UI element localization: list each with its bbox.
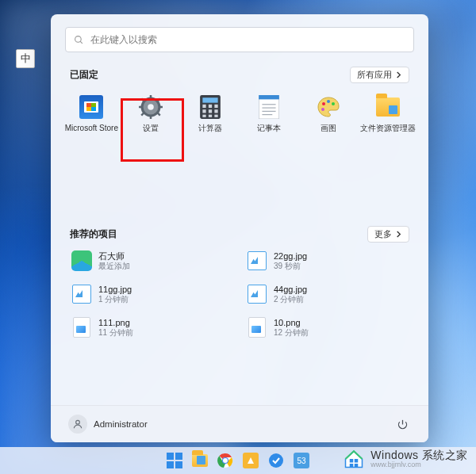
svg-rect-36	[167, 453, 174, 460]
svg-line-1	[80, 41, 83, 44]
item-subtitle: 39 秒前	[274, 262, 307, 271]
svg-rect-17	[209, 105, 212, 108]
watermark-brand: Windows 系统之家	[370, 449, 468, 461]
gear-icon	[138, 94, 163, 120]
app-notepad[interactable]: 记事本	[240, 88, 299, 147]
svg-rect-48	[355, 459, 359, 463]
ime-indicator[interactable]: 中	[16, 49, 35, 68]
recommended-item[interactable]: 11gg.jpg1 分钟前	[68, 281, 236, 308]
taskbar-chrome-icon[interactable]	[215, 450, 236, 471]
svg-rect-16	[202, 105, 205, 108]
chevron-right-icon	[395, 231, 402, 238]
item-title: 11gg.jpg	[98, 285, 132, 295]
notepad-icon	[256, 94, 282, 120]
svg-rect-39	[175, 461, 182, 468]
username-label: Administrator	[94, 419, 148, 429]
watermark: Windows 系统之家 www.bjjmlv.com	[342, 447, 468, 471]
svg-point-34	[321, 108, 324, 111]
item-subtitle: 11 分钟前	[98, 328, 133, 338]
watermark-url: www.bjjmlv.com	[370, 461, 468, 468]
taskbar-app-icon[interactable]: 53	[291, 450, 312, 471]
svg-rect-47	[350, 459, 354, 463]
palette-icon	[316, 94, 341, 120]
more-button[interactable]: 更多	[367, 226, 409, 243]
image-file-icon	[247, 317, 267, 338]
app-settings[interactable]: 设置	[121, 88, 181, 147]
chevron-right-icon	[395, 71, 402, 78]
svg-rect-25	[259, 97, 279, 119]
power-icon	[397, 419, 409, 430]
app-file-explorer[interactable]: 文件资源管理器	[358, 88, 417, 147]
svg-rect-15	[202, 97, 217, 102]
item-subtitle: 12 分钟前	[274, 328, 309, 338]
app-calculator[interactable]: 计算器	[180, 88, 240, 147]
pinned-grid: Microsoft Store 设置 计算器 记事本 画图	[62, 88, 417, 147]
svg-rect-23	[209, 115, 212, 117]
svg-rect-6	[139, 106, 143, 109]
app-icon	[71, 250, 92, 271]
power-button[interactable]	[393, 415, 411, 433]
svg-rect-26	[259, 95, 279, 99]
item-subtitle: 1 分钟前	[98, 295, 132, 304]
recommended-title: 推荐的项目	[70, 227, 117, 241]
svg-rect-5	[150, 115, 152, 119]
svg-point-33	[332, 102, 335, 105]
item-subtitle: 最近添加	[98, 262, 130, 271]
svg-point-44	[269, 453, 283, 468]
taskbar-app-icon[interactable]	[266, 450, 286, 471]
all-apps-button[interactable]: 所有应用	[350, 67, 409, 83]
all-apps-label: 所有应用	[357, 69, 392, 81]
svg-point-31	[322, 102, 325, 105]
search-icon	[74, 35, 84, 45]
recommended-section: 推荐的项目 更多 石大师最近添加 22gg.jpg39 秒前 11gg.jpg1…	[51, 226, 428, 341]
search-placeholder: 在此键入以搜索	[90, 33, 157, 47]
svg-rect-7	[159, 106, 163, 109]
taskbar-app-icon[interactable]	[240, 450, 261, 471]
image-file-icon	[247, 284, 267, 304]
app-paint[interactable]: 画图	[299, 88, 359, 147]
svg-point-42	[223, 458, 228, 463]
item-title: 10.png	[274, 318, 309, 328]
recommended-item[interactable]: 111.png11 分钟前	[68, 314, 236, 341]
svg-point-13	[148, 104, 154, 110]
item-subtitle: 2 分钟前	[274, 295, 307, 304]
svg-rect-49	[350, 464, 354, 468]
svg-text:53: 53	[297, 457, 306, 465]
app-label: 文件资源管理器	[360, 124, 416, 132]
svg-rect-50	[355, 464, 359, 468]
image-file-icon	[247, 250, 267, 271]
more-label: 更多	[374, 228, 392, 240]
app-label: 画图	[321, 124, 336, 132]
svg-point-32	[327, 100, 330, 103]
item-title: 44gg.jpg	[274, 285, 307, 295]
svg-rect-38	[167, 461, 174, 468]
recommended-item[interactable]: 22gg.jpg39 秒前	[244, 247, 411, 274]
svg-rect-37	[175, 453, 182, 460]
svg-rect-24	[214, 115, 217, 117]
app-label: 计算器	[198, 124, 222, 132]
recommended-item[interactable]: 44gg.jpg2 分钟前	[244, 281, 411, 308]
item-title: 111.png	[98, 318, 133, 328]
svg-rect-22	[202, 115, 205, 117]
svg-rect-18	[214, 105, 217, 108]
app-label: 设置	[143, 124, 159, 132]
start-menu: 在此键入以搜索 已固定 所有应用 Microsoft Store 设置 计算器	[51, 14, 428, 442]
app-label: Microsoft Store	[65, 124, 118, 132]
recommended-item[interactable]: 10.png12 分钟前	[244, 314, 411, 341]
store-icon	[79, 94, 104, 120]
user-account-button[interactable]: Administrator	[68, 415, 148, 434]
image-file-icon	[71, 284, 92, 304]
calculator-icon	[198, 94, 223, 120]
user-avatar-icon	[68, 415, 87, 434]
taskbar-start-button[interactable]	[164, 450, 185, 471]
search-input[interactable]: 在此键入以搜索	[65, 27, 414, 52]
pinned-header: 已固定 所有应用	[70, 67, 409, 83]
app-microsoft-store[interactable]: Microsoft Store	[62, 88, 121, 147]
svg-rect-21	[214, 109, 217, 113]
svg-point-0	[75, 36, 82, 42]
recommended-item[interactable]: 石大师最近添加	[68, 247, 236, 274]
house-logo-icon	[342, 447, 366, 471]
taskbar-explorer-icon[interactable]	[190, 450, 210, 471]
app-label: 记事本	[257, 124, 281, 132]
svg-point-35	[76, 420, 80, 424]
